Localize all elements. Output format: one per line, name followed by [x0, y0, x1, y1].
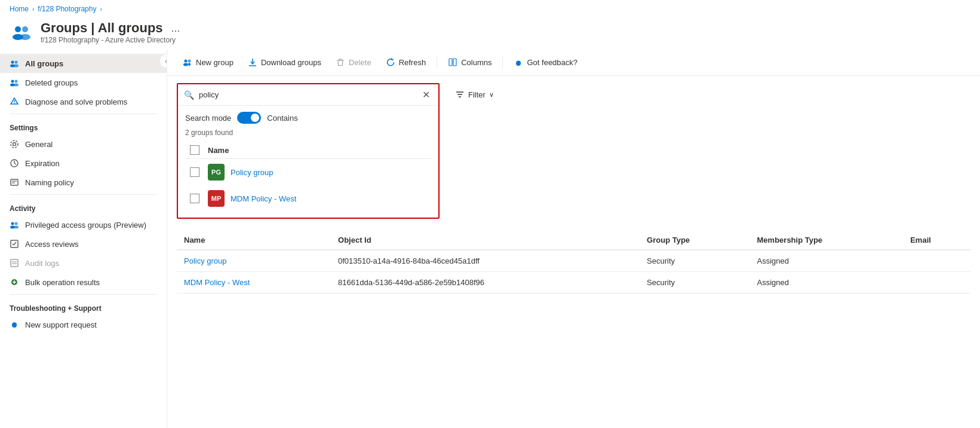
main-layout: « All groups Deleted groups Diagnose and… — [0, 49, 980, 428]
search-mode-toggle[interactable] — [237, 112, 261, 124]
row1-name-link[interactable]: Policy group — [231, 168, 274, 177]
svg-point-13 — [14, 103, 14, 103]
breadcrumb: Home › f/128 Photography › — [0, 0, 980, 18]
row1-checkbox[interactable] — [190, 167, 199, 177]
col-header-membership-type: Membership Type — [750, 231, 904, 250]
breadcrumb-sep-2: › — [100, 6, 102, 13]
breadcrumb-sep-1: › — [32, 6, 34, 13]
page-header: Groups | All groups ... f/128 Photograph… — [0, 18, 980, 49]
new-group-button[interactable]: New group — [177, 54, 239, 71]
svg-point-14 — [13, 143, 16, 146]
delete-button[interactable]: Delete — [330, 54, 377, 71]
table-cell-group-type: Security — [640, 250, 749, 272]
title-block: Groups | All groups ... f/128 Photograph… — [41, 20, 184, 44]
sidebar-item-new-support[interactable]: New support request — [0, 315, 167, 334]
sidebar-item-all-groups[interactable]: All groups — [0, 54, 167, 73]
filter-icon — [455, 90, 465, 99]
table-row[interactable]: Policy group 0f013510-a14a-4916-84ba-46c… — [177, 250, 970, 272]
dropdown-result-row[interactable]: MP MDM Policy - West — [185, 185, 431, 212]
dropdown-result-row[interactable]: PG Policy group — [185, 159, 431, 185]
svg-point-11 — [14, 84, 19, 87]
sidebar-item-deleted-groups[interactable]: Deleted groups — [0, 73, 167, 92]
svg-point-37 — [188, 60, 191, 63]
sidebar-item-access-reviews[interactable]: Access reviews — [0, 234, 167, 253]
row1-avatar: PG — [208, 164, 225, 181]
svg-point-25 — [14, 226, 19, 229]
sidebar-label-all-groups: All groups — [25, 59, 63, 68]
svg-rect-46 — [453, 59, 456, 66]
svg-point-23 — [15, 222, 18, 225]
search-input[interactable] — [199, 90, 415, 99]
svg-point-5 — [15, 61, 18, 64]
table-cell-object-id: 81661dda-5136-449d-a586-2e59b1408f96 — [331, 272, 640, 294]
row2-name-link[interactable]: MDM Policy - West — [231, 194, 296, 203]
toolbar-separator-2 — [502, 55, 503, 69]
table-cell-object-id: 0f013510-a14a-4916-84ba-46ced45a1dff — [331, 250, 640, 272]
download-groups-button[interactable]: Download groups — [242, 54, 327, 71]
columns-button[interactable]: Columns — [442, 54, 497, 71]
search-container: 🔍 ✕ Search mode Contains 2 groups found — [177, 83, 440, 219]
table-cell-name: Policy group — [177, 250, 331, 272]
breadcrumb-tenant[interactable]: f/128 Photography — [38, 5, 96, 13]
more-button[interactable]: ... — [168, 21, 184, 36]
row2-avatar: MP — [208, 190, 225, 207]
table-header-row: Name Object Id Group Type Membership Typ… — [177, 231, 970, 250]
refresh-button[interactable]: Refresh — [380, 54, 432, 71]
table-row1-name-link[interactable]: Policy group — [184, 256, 227, 265]
dropdown-header-row: Name — [185, 142, 431, 159]
table-cell-membership-type: Assigned — [750, 272, 904, 294]
sidebar-divider-1 — [10, 114, 157, 114]
feedback-icon — [514, 57, 523, 67]
table-cell-email — [903, 250, 970, 272]
sidebar-item-general[interactable]: General — [0, 134, 167, 154]
sidebar-item-diagnose[interactable]: Diagnose and solve problems — [0, 92, 167, 111]
table-row[interactable]: MDM Policy - West 81661dda-5136-449d-a58… — [177, 272, 970, 294]
table-cell-membership-type: Assigned — [750, 250, 904, 272]
sidebar-item-audit-logs[interactable]: Audit logs — [0, 253, 167, 273]
svg-line-18 — [14, 163, 16, 164]
search-dropdown: Search mode Contains 2 groups found Name — [178, 105, 438, 218]
table-cell-email — [903, 272, 970, 294]
sidebar-item-bulk-operation[interactable]: Bulk operation results — [0, 273, 167, 292]
select-all-checkbox[interactable] — [190, 145, 199, 155]
filter-chevron-icon: ∨ — [489, 91, 494, 99]
sidebar-label-bulk-operation: Bulk operation results — [25, 278, 100, 287]
sidebar-section-activity: Activity — [0, 197, 167, 215]
sidebar: « All groups Deleted groups Diagnose and… — [0, 49, 167, 428]
filter-area: Filter ∨ — [449, 87, 500, 102]
search-icon: 🔍 — [184, 90, 194, 100]
sidebar-label-naming-policy: Naming policy — [25, 178, 74, 187]
svg-rect-45 — [449, 59, 452, 66]
sidebar-item-naming-policy[interactable]: Naming policy — [0, 173, 167, 192]
table-row2-name-link[interactable]: MDM Policy - West — [184, 278, 250, 287]
svg-point-22 — [11, 222, 14, 225]
search-mode-label: Search mode — [185, 114, 231, 123]
svg-point-36 — [185, 60, 188, 63]
got-feedback-button[interactable]: Got feedback? — [508, 54, 583, 71]
search-clear-button[interactable]: ✕ — [420, 88, 432, 102]
groups-icon — [10, 20, 33, 44]
sidebar-item-privileged-access[interactable]: Privileged access groups (Preview) — [0, 215, 167, 234]
columns-icon — [448, 57, 457, 67]
data-table: Name Object Id Group Type Membership Typ… — [177, 231, 970, 294]
dropdown-table: Name PG Policy group MP MDM Policy — [185, 142, 431, 212]
sidebar-label-access-reviews: Access reviews — [25, 240, 79, 249]
sidebar-section-settings: Settings — [0, 117, 167, 134]
row2-checkbox[interactable] — [190, 194, 199, 203]
svg-point-38 — [183, 63, 188, 66]
svg-point-4 — [11, 61, 14, 64]
sidebar-label-audit-logs: Audit logs — [25, 259, 59, 268]
filter-button[interactable]: Filter ∨ — [449, 87, 500, 102]
sidebar-item-expiration[interactable]: Expiration — [0, 154, 167, 173]
groups-found-label: 2 groups found — [185, 129, 431, 137]
main-table-area: Name Object Id Group Type Membership Typ… — [167, 231, 980, 294]
svg-rect-44 — [337, 60, 344, 61]
toggle-knob — [251, 114, 259, 122]
delete-icon — [336, 57, 345, 67]
svg-point-1 — [22, 26, 28, 32]
breadcrumb-home[interactable]: Home — [10, 5, 29, 13]
filter-label: Filter — [468, 90, 486, 99]
svg-rect-29 — [11, 259, 18, 267]
col-header-name: Name — [177, 231, 331, 250]
toolbar: New group Download groups Delete Refresh… — [167, 49, 980, 76]
